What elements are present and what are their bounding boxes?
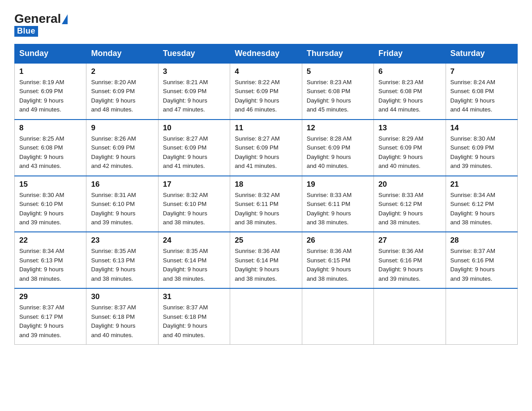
- empty-cell: [374, 288, 446, 344]
- day-number: 31: [163, 292, 225, 301]
- day-cell-17: 17 Sunrise: 8:32 AMSunset: 6:10 PMDaylig…: [158, 176, 230, 232]
- day-cell-21: 21 Sunrise: 8:34 AMSunset: 6:12 PMDaylig…: [446, 176, 517, 232]
- header-thursday: Thursday: [302, 44, 373, 64]
- day-info: Sunrise: 8:33 AMSunset: 6:11 PMDaylight:…: [307, 192, 352, 226]
- day-number: 24: [163, 236, 225, 245]
- day-cell-27: 27 Sunrise: 8:36 AMSunset: 6:16 PMDaylig…: [374, 232, 446, 288]
- day-info: Sunrise: 8:33 AMSunset: 6:12 PMDaylight:…: [378, 192, 423, 226]
- day-cell-23: 23 Sunrise: 8:35 AMSunset: 6:13 PMDaylig…: [86, 232, 158, 288]
- day-info: Sunrise: 8:37 AMSunset: 6:17 PMDaylight:…: [19, 304, 64, 338]
- week-row-2: 8 Sunrise: 8:25 AMSunset: 6:08 PMDayligh…: [15, 120, 518, 176]
- day-number: 29: [19, 292, 82, 301]
- day-info: Sunrise: 8:21 AMSunset: 6:09 PMDaylight:…: [163, 79, 208, 113]
- day-number: 27: [378, 236, 441, 245]
- day-cell-11: 11 Sunrise: 8:27 AMSunset: 6:09 PMDaylig…: [230, 120, 302, 176]
- day-cell-29: 29 Sunrise: 8:37 AMSunset: 6:17 PMDaylig…: [15, 288, 86, 344]
- day-info: Sunrise: 8:30 AMSunset: 6:09 PMDaylight:…: [450, 135, 495, 169]
- day-number: 11: [235, 124, 297, 133]
- calendar-table: SundayMondayTuesdayWednesdayThursdayFrid…: [14, 44, 518, 345]
- day-info: Sunrise: 8:37 AMSunset: 6:18 PMDaylight:…: [163, 304, 208, 338]
- logo-text-blue: Blue: [14, 26, 38, 37]
- day-cell-3: 3 Sunrise: 8:21 AMSunset: 6:09 PMDayligh…: [158, 63, 230, 120]
- day-info: Sunrise: 8:36 AMSunset: 6:16 PMDaylight:…: [378, 248, 423, 282]
- day-info: Sunrise: 8:22 AMSunset: 6:09 PMDaylight:…: [235, 79, 279, 113]
- day-number: 3: [163, 67, 225, 76]
- day-number: 25: [235, 236, 297, 245]
- header-friday: Friday: [374, 44, 446, 64]
- day-number: 20: [378, 180, 441, 189]
- day-number: 14: [450, 124, 513, 133]
- header-tuesday: Tuesday: [158, 44, 230, 64]
- day-cell-26: 26 Sunrise: 8:36 AMSunset: 6:15 PMDaylig…: [302, 232, 373, 288]
- day-number: 15: [19, 180, 82, 189]
- day-cell-1: 1 Sunrise: 8:19 AMSunset: 6:09 PMDayligh…: [15, 63, 86, 120]
- day-cell-15: 15 Sunrise: 8:30 AMSunset: 6:10 PMDaylig…: [15, 176, 86, 232]
- day-number: 26: [307, 236, 369, 245]
- day-number: 2: [91, 67, 153, 76]
- day-info: Sunrise: 8:35 AMSunset: 6:14 PMDaylight:…: [163, 248, 208, 282]
- day-cell-10: 10 Sunrise: 8:27 AMSunset: 6:09 PMDaylig…: [158, 120, 230, 176]
- day-cell-20: 20 Sunrise: 8:33 AMSunset: 6:12 PMDaylig…: [374, 176, 446, 232]
- header-monday: Monday: [86, 44, 158, 64]
- day-info: Sunrise: 8:28 AMSunset: 6:09 PMDaylight:…: [307, 135, 352, 169]
- day-cell-4: 4 Sunrise: 8:22 AMSunset: 6:09 PMDayligh…: [230, 63, 302, 120]
- day-cell-22: 22 Sunrise: 8:34 AMSunset: 6:13 PMDaylig…: [15, 232, 86, 288]
- day-number: 7: [450, 67, 513, 76]
- empty-cell: [446, 288, 517, 344]
- day-number: 4: [235, 67, 297, 76]
- day-cell-18: 18 Sunrise: 8:32 AMSunset: 6:11 PMDaylig…: [230, 176, 302, 232]
- day-cell-31: 31 Sunrise: 8:37 AMSunset: 6:18 PMDaylig…: [158, 288, 230, 344]
- day-cell-2: 2 Sunrise: 8:20 AMSunset: 6:09 PMDayligh…: [86, 63, 158, 120]
- day-info: Sunrise: 8:32 AMSunset: 6:11 PMDaylight:…: [235, 192, 279, 226]
- day-info: Sunrise: 8:25 AMSunset: 6:08 PMDaylight:…: [19, 135, 64, 169]
- day-cell-16: 16 Sunrise: 8:31 AMSunset: 6:10 PMDaylig…: [86, 176, 158, 232]
- logo-text-general: General: [14, 13, 61, 25]
- day-number: 10: [163, 124, 225, 133]
- day-number: 22: [19, 236, 82, 245]
- day-number: 8: [19, 124, 82, 133]
- day-info: Sunrise: 8:27 AMSunset: 6:09 PMDaylight:…: [235, 135, 279, 169]
- week-row-1: 1 Sunrise: 8:19 AMSunset: 6:09 PMDayligh…: [15, 63, 518, 120]
- header-wednesday: Wednesday: [230, 44, 302, 64]
- day-info: Sunrise: 8:36 AMSunset: 6:15 PMDaylight:…: [307, 248, 352, 282]
- week-row-3: 15 Sunrise: 8:30 AMSunset: 6:10 PMDaylig…: [15, 176, 518, 232]
- day-cell-8: 8 Sunrise: 8:25 AMSunset: 6:08 PMDayligh…: [15, 120, 86, 176]
- day-info: Sunrise: 8:27 AMSunset: 6:09 PMDaylight:…: [163, 135, 208, 169]
- day-info: Sunrise: 8:19 AMSunset: 6:09 PMDaylight:…: [19, 79, 64, 113]
- day-info: Sunrise: 8:23 AMSunset: 6:08 PMDaylight:…: [378, 79, 423, 113]
- week-row-4: 22 Sunrise: 8:34 AMSunset: 6:13 PMDaylig…: [15, 232, 518, 288]
- day-number: 1: [19, 67, 82, 76]
- day-cell-6: 6 Sunrise: 8:23 AMSunset: 6:08 PMDayligh…: [374, 63, 446, 120]
- day-number: 23: [91, 236, 153, 245]
- logo-icon: General: [14, 13, 68, 25]
- logo: General Blue: [14, 13, 68, 37]
- logo-triangle-icon: [62, 14, 68, 24]
- calendar-header-row: SundayMondayTuesdayWednesdayThursdayFrid…: [15, 44, 518, 64]
- day-info: Sunrise: 8:35 AMSunset: 6:13 PMDaylight:…: [91, 248, 136, 282]
- day-info: Sunrise: 8:34 AMSunset: 6:13 PMDaylight:…: [19, 248, 64, 282]
- day-info: Sunrise: 8:37 AMSunset: 6:18 PMDaylight:…: [91, 304, 136, 338]
- day-info: Sunrise: 8:31 AMSunset: 6:10 PMDaylight:…: [91, 192, 136, 226]
- day-number: 16: [91, 180, 153, 189]
- week-row-5: 29 Sunrise: 8:37 AMSunset: 6:17 PMDaylig…: [15, 288, 518, 344]
- day-info: Sunrise: 8:26 AMSunset: 6:09 PMDaylight:…: [91, 135, 136, 169]
- header-sunday: Sunday: [15, 44, 86, 64]
- day-number: 13: [378, 124, 441, 133]
- day-number: 5: [307, 67, 369, 76]
- day-cell-19: 19 Sunrise: 8:33 AMSunset: 6:11 PMDaylig…: [302, 176, 373, 232]
- day-info: Sunrise: 8:36 AMSunset: 6:14 PMDaylight:…: [235, 248, 279, 282]
- day-number: 6: [378, 67, 441, 76]
- day-info: Sunrise: 8:23 AMSunset: 6:08 PMDaylight:…: [307, 79, 352, 113]
- day-number: 28: [450, 236, 513, 245]
- day-number: 9: [91, 124, 153, 133]
- day-cell-9: 9 Sunrise: 8:26 AMSunset: 6:09 PMDayligh…: [86, 120, 158, 176]
- day-info: Sunrise: 8:30 AMSunset: 6:10 PMDaylight:…: [19, 192, 64, 226]
- day-info: Sunrise: 8:29 AMSunset: 6:09 PMDaylight:…: [378, 135, 423, 169]
- header-saturday: Saturday: [446, 44, 517, 64]
- day-number: 21: [450, 180, 513, 189]
- day-cell-12: 12 Sunrise: 8:28 AMSunset: 6:09 PMDaylig…: [302, 120, 373, 176]
- page-header: General Blue: [14, 11, 518, 37]
- day-number: 17: [163, 180, 225, 189]
- day-cell-28: 28 Sunrise: 8:37 AMSunset: 6:16 PMDaylig…: [446, 232, 517, 288]
- day-info: Sunrise: 8:34 AMSunset: 6:12 PMDaylight:…: [450, 192, 495, 226]
